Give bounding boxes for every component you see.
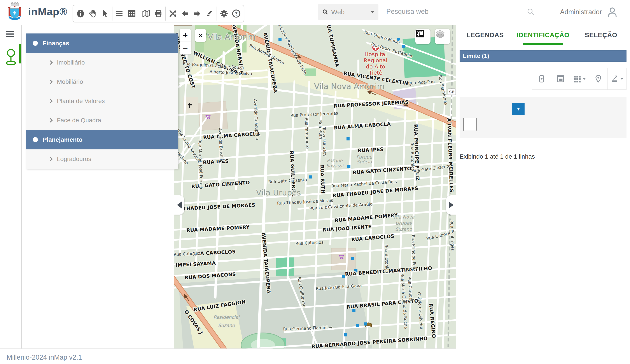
result-section-header[interactable]: Limite (1) — [460, 50, 626, 62]
eraser-icon — [205, 9, 214, 18]
selected-point-marker[interactable] — [364, 322, 367, 326]
map-label: Vila Nova — [393, 214, 415, 220]
row-checkbox[interactable] — [463, 118, 477, 131]
map-canvas: CARL WILLIAN COOPERRUA TUPINAMBARUA VICE… — [174, 25, 456, 348]
map-label: Vila Nova Amorim — [314, 82, 385, 91]
tab-selecao[interactable]: SELEÇÃO — [572, 25, 630, 44]
arrow-right-icon — [193, 9, 202, 18]
locate-button[interactable] — [589, 68, 608, 90]
zoom-in-button[interactable]: + — [180, 29, 191, 42]
search-input[interactable] — [383, 4, 523, 19]
sidebar-toggle-button[interactable] — [6, 30, 15, 38]
sidebar-item-mobiliario[interactable]: Mobiliário — [26, 72, 178, 92]
selected-point-marker[interactable] — [356, 324, 359, 327]
map-label: Vila Amorim — [208, 32, 256, 41]
chevron-right-icon — [48, 80, 53, 84]
export-button[interactable] — [608, 68, 626, 90]
select-tool-button[interactable] — [99, 6, 111, 21]
pagination-status: Exibindo 1 até 1 de 1 linhas — [460, 153, 535, 160]
group-items: Logradouros — [26, 150, 178, 169]
web-search-field — [383, 4, 538, 20]
chevron-right-icon — [48, 99, 53, 103]
tab-legendas[interactable]: LEGENDAS — [456, 25, 514, 44]
search-scope-dropdown[interactable]: Web — [318, 4, 378, 20]
columns-button[interactable] — [570, 68, 589, 90]
collapse-left-panel-button[interactable] — [174, 195, 184, 214]
sidebar-group-planejamento[interactable]: Planejamento — [26, 130, 178, 150]
suzano-coat-of-arms-logo — [8, 2, 22, 23]
sidebar-item-face-de-quadra[interactable]: Face de Quadra — [26, 111, 178, 130]
sidebar-item-imobiliario[interactable]: Imobiliário — [26, 53, 178, 72]
toolbar-separator — [139, 6, 139, 20]
selected-point-marker[interactable] — [352, 309, 356, 312]
selected-point-marker[interactable] — [278, 38, 282, 41]
zoom-control: + − — [180, 29, 191, 54]
table-icon — [127, 9, 136, 18]
selected-point-marker[interactable] — [346, 138, 350, 140]
map-label: Suécia — [356, 159, 372, 164]
result-row: ▼ — [460, 97, 626, 138]
map-label: Rua Biotonico — [410, 142, 416, 171]
info-icon — [76, 9, 85, 18]
toolbar-separator — [166, 6, 166, 20]
group-items: Imobiliário Mobiliário Planta de Valores… — [26, 53, 178, 130]
collapse-right-panel-button[interactable] — [446, 195, 456, 214]
previous-extent-button[interactable] — [179, 6, 191, 21]
map-label: Regional — [364, 57, 388, 64]
measure-extent-button[interactable] — [415, 29, 430, 44]
export-icon — [610, 74, 619, 83]
collapse-toggle-button[interactable] — [532, 68, 551, 90]
result-toolbar — [532, 68, 626, 90]
triangle-left-icon — [177, 202, 182, 208]
menu-lines-button[interactable] — [113, 6, 126, 21]
tab-identificacao[interactable]: IDENTIFICAÇÃO — [514, 25, 572, 44]
row-actions-dropdown[interactable]: ▼ — [512, 103, 524, 115]
chevron-right-icon — [48, 118, 53, 122]
map-viewport[interactable]: CARL WILLIAN COOPERRUA TUPINAMBARUA VICE… — [174, 25, 456, 348]
sidebar-item-logradouros[interactable]: Logradouros — [26, 150, 178, 169]
map-label: Suzano — [395, 226, 412, 232]
selected-point-marker[interactable] — [344, 334, 348, 336]
arrow-left-icon — [180, 9, 190, 18]
toolbar-separator — [112, 6, 112, 20]
next-extent-button[interactable] — [191, 6, 204, 21]
attribute-table-button[interactable] — [126, 6, 138, 21]
map-toolbar: ? — [72, 5, 244, 22]
search-icon[interactable] — [527, 8, 534, 16]
folded-map-icon — [142, 9, 151, 18]
selected-point-marker[interactable] — [351, 257, 354, 260]
sidebar-item-planta-de-valores[interactable]: Planta de Valores — [26, 92, 178, 111]
eraser-button[interactable] — [204, 6, 216, 21]
layers-button[interactable] — [435, 29, 450, 44]
chevron-right-icon — [48, 157, 53, 161]
map-label: SP — [449, 90, 454, 94]
print-button[interactable] — [152, 6, 164, 21]
selected-point-marker[interactable] — [309, 176, 312, 178]
user-name: Administrador — [560, 8, 602, 16]
map-label: Vila Urupês — [256, 188, 301, 197]
selected-point-marker[interactable] — [342, 275, 345, 278]
basemap-button[interactable] — [140, 6, 152, 21]
info-tool-button[interactable] — [74, 6, 86, 21]
active-tool-indicator — [19, 44, 21, 64]
layer-item-label: Mobiliário — [57, 78, 83, 85]
app-title: inMap® — [28, 6, 68, 18]
selected-point-marker[interactable] — [348, 165, 350, 168]
sidebar-group-financas[interactable]: Finanças — [26, 34, 178, 53]
zoom-out-button[interactable]: − — [180, 42, 191, 54]
panel-tabs: LEGENDAS IDENTIFICAÇÃO SELEÇÃO — [456, 25, 630, 45]
close-map-button[interactable]: × — [195, 29, 206, 42]
selected-point-marker[interactable] — [402, 44, 405, 48]
layers-pin-tool[interactable] — [4, 47, 18, 71]
pan-tool-button[interactable] — [86, 6, 99, 21]
settings-button[interactable] — [218, 6, 230, 21]
map-label: do Alto — [366, 64, 385, 70]
menu-lines-icon — [115, 9, 124, 18]
user-menu[interactable]: Administrador — [560, 5, 618, 19]
pan-hand-icon — [88, 9, 97, 18]
full-extent-button[interactable] — [167, 6, 179, 21]
map-label: Travessa Sacy — [322, 127, 328, 156]
list-view-button[interactable] — [551, 68, 570, 90]
help-button[interactable]: ? — [230, 6, 242, 21]
map-label: Residencial — [214, 314, 240, 320]
